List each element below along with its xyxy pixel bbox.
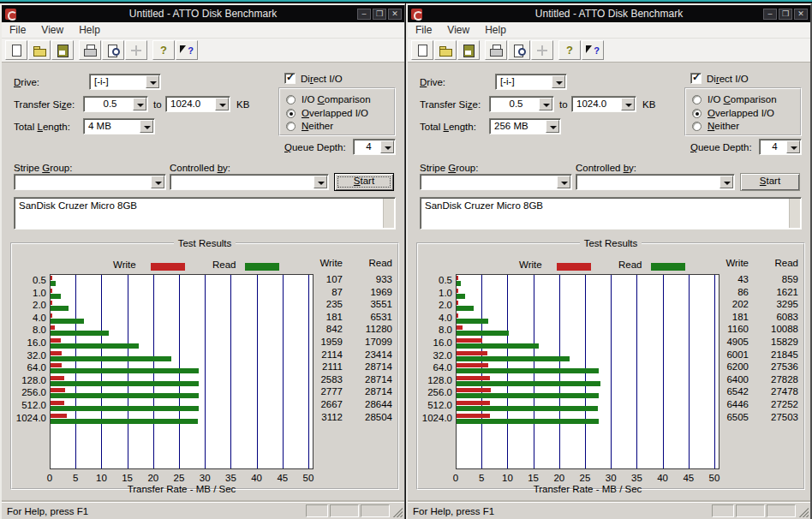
controlled-by-select[interactable] bbox=[576, 174, 735, 190]
queue-depth-value: 4 bbox=[358, 141, 379, 152]
status-text: For Help, press F1 bbox=[7, 506, 88, 516]
scrollbar[interactable] bbox=[789, 199, 800, 228]
menu-help[interactable]: Help bbox=[71, 22, 108, 39]
total-length-select[interactable]: 4 MB bbox=[83, 118, 155, 134]
transfer-to-select[interactable]: 1024.0 bbox=[165, 96, 230, 112]
toolbar-chelp-button[interactable]: ? bbox=[582, 40, 604, 60]
resize-grip[interactable] bbox=[391, 504, 403, 517]
start-button[interactable]: Start bbox=[334, 173, 394, 191]
menu-view[interactable]: View bbox=[439, 22, 477, 39]
menu-bar: FileViewHelp bbox=[2, 22, 404, 39]
toolbar-new-button[interactable] bbox=[411, 40, 433, 60]
direct-io-checkbox[interactable]: ✓ bbox=[284, 73, 296, 84]
toolbar-print-button[interactable] bbox=[485, 40, 507, 60]
write-value: 107 bbox=[300, 273, 343, 286]
maximize-button[interactable]: ❒ bbox=[373, 9, 386, 20]
controlled-by-select[interactable] bbox=[170, 174, 329, 190]
stripe-group-label: Stripe Group: bbox=[14, 163, 72, 173]
bar-row bbox=[51, 288, 309, 301]
close-button[interactable]: ✕ bbox=[794, 9, 808, 20]
toolbar-chelp-button[interactable]: ? bbox=[176, 40, 198, 60]
minimize-button[interactable]: – bbox=[357, 9, 371, 20]
toolbar-print-button[interactable] bbox=[79, 40, 101, 60]
resize-grip[interactable] bbox=[797, 504, 809, 517]
value-row: 258328714 bbox=[300, 373, 397, 386]
transfer-from-select[interactable]: 0.5 bbox=[83, 96, 148, 112]
minimize-button[interactable]: – bbox=[763, 9, 777, 20]
chevron-down-icon[interactable] bbox=[786, 140, 800, 153]
bar-row bbox=[457, 400, 715, 413]
chevron-down-icon[interactable] bbox=[546, 120, 559, 133]
chevron-down-icon[interactable] bbox=[133, 98, 146, 110]
drive-select[interactable]: [-i-] bbox=[495, 74, 567, 90]
transfer-to-select[interactable]: 1024.0 bbox=[571, 96, 636, 112]
direct-io-checkbox[interactable]: ✓ bbox=[690, 73, 702, 84]
scrollbar[interactable] bbox=[383, 199, 394, 228]
close-button[interactable]: ✕ bbox=[388, 9, 402, 20]
write-value: 4905 bbox=[706, 336, 749, 349]
chevron-down-icon[interactable] bbox=[151, 176, 164, 188]
menu-file[interactable]: File bbox=[408, 22, 439, 39]
chevron-down-icon[interactable] bbox=[380, 140, 394, 153]
drive-select[interactable]: [-i-] bbox=[89, 74, 161, 90]
stripe-group-select[interactable] bbox=[14, 174, 166, 190]
radio-circle[interactable] bbox=[692, 122, 702, 131]
toolbar-help-button[interactable]: ? bbox=[152, 40, 175, 60]
radio-circle[interactable] bbox=[286, 95, 296, 104]
chevron-down-icon[interactable] bbox=[539, 98, 552, 110]
start-button[interactable]: Start bbox=[740, 173, 800, 191]
toolbar-save-button[interactable] bbox=[457, 40, 480, 60]
total-length-label: Total Length: bbox=[420, 122, 476, 132]
toolbar-preview-button[interactable] bbox=[508, 40, 530, 60]
chevron-down-icon[interactable] bbox=[140, 120, 153, 133]
description-field[interactable]: SanDisk Cruzer Micro 8GB bbox=[420, 197, 802, 230]
controlled-by-label: Controlled by: bbox=[170, 163, 230, 173]
queue-depth-select[interactable]: 4 bbox=[759, 139, 802, 155]
write-value: 6200 bbox=[706, 361, 749, 373]
bar-row bbox=[457, 387, 715, 400]
x-tick-label: 30 bbox=[600, 473, 622, 483]
title-bar[interactable]: Untitled - ATTO Disk Benchmark –❒✕ bbox=[2, 5, 404, 22]
transfer-from-select[interactable]: 0.5 bbox=[489, 96, 554, 112]
description-field[interactable]: SanDisk Cruzer Micro 8GB bbox=[14, 197, 396, 230]
stripe-group-select[interactable] bbox=[420, 174, 572, 190]
title-bar[interactable]: Untitled - ATTO Disk Benchmark –❒✕ bbox=[408, 5, 810, 22]
write-bar bbox=[457, 376, 490, 380]
chevron-down-icon[interactable] bbox=[552, 75, 565, 88]
radio-circle[interactable] bbox=[692, 95, 702, 104]
toolbar-preview-button[interactable] bbox=[102, 40, 124, 60]
menu-help[interactable]: Help bbox=[477, 22, 514, 39]
menu-file[interactable]: File bbox=[2, 22, 33, 39]
radio-circle[interactable] bbox=[286, 122, 296, 131]
chevron-down-icon[interactable] bbox=[313, 176, 327, 188]
read-value: 28714 bbox=[343, 373, 392, 386]
toolbar-new-button[interactable] bbox=[5, 40, 27, 60]
radio-circle[interactable] bbox=[286, 109, 296, 118]
write-value: 181 bbox=[706, 311, 749, 324]
status-text: For Help, press F1 bbox=[413, 506, 494, 516]
read-bar bbox=[457, 368, 599, 373]
chevron-down-icon[interactable] bbox=[557, 176, 570, 188]
write-value: 87 bbox=[300, 286, 343, 299]
queue-depth-select[interactable]: 4 bbox=[353, 139, 396, 155]
toolbar-open-button[interactable] bbox=[434, 40, 457, 60]
toolbar-open-button[interactable] bbox=[28, 40, 51, 60]
value-row: 654227478 bbox=[706, 385, 803, 398]
preview-icon bbox=[106, 45, 120, 57]
total-length-select[interactable]: 256 MB bbox=[489, 118, 561, 134]
chevron-down-icon[interactable] bbox=[146, 75, 159, 88]
toolbar-pan-button[interactable] bbox=[531, 40, 553, 60]
radio-circle[interactable] bbox=[692, 109, 702, 118]
toolbar-help-button[interactable]: ? bbox=[558, 40, 581, 60]
chevron-down-icon[interactable] bbox=[719, 176, 733, 188]
toolbar-pan-button[interactable] bbox=[125, 40, 147, 60]
help-icon: ? bbox=[157, 45, 170, 57]
chevron-down-icon[interactable] bbox=[215, 98, 229, 110]
toolbar-save-button[interactable] bbox=[51, 40, 74, 60]
menu-view[interactable]: View bbox=[33, 22, 71, 39]
test-results-group: Test Results Write Read Write Read 0.51.… bbox=[416, 238, 805, 490]
read-bar bbox=[457, 419, 599, 424]
chevron-down-icon[interactable] bbox=[621, 98, 635, 110]
bar-row bbox=[457, 413, 715, 426]
maximize-button[interactable]: ❒ bbox=[779, 9, 792, 20]
